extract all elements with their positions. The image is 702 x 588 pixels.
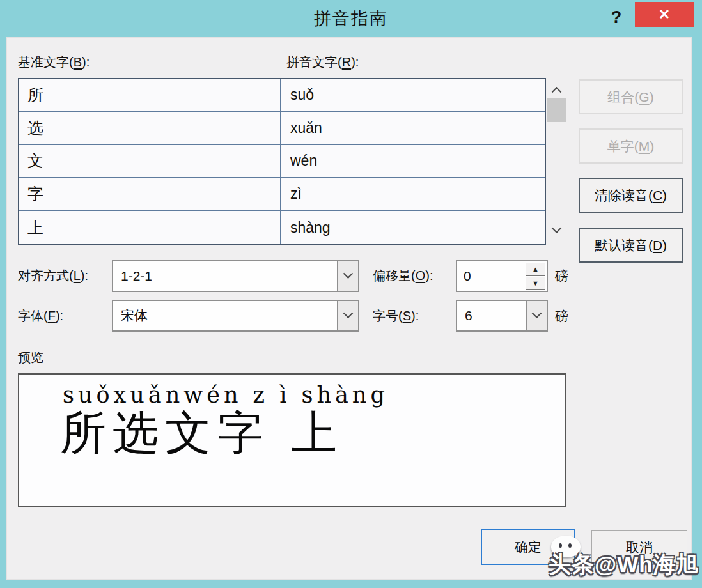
offset-spin-buttons: ▲ ▼ <box>526 263 545 290</box>
chevron-down-icon <box>343 308 354 318</box>
titlebar: 拼音指南 ? ✕ <box>0 0 702 37</box>
size-label: 字号(S): <box>373 307 419 325</box>
help-icon: ? <box>611 8 622 27</box>
combine-button[interactable]: 组合(G) <box>579 79 683 114</box>
clear-reading-button[interactable]: 清除读音(C) <box>579 178 683 213</box>
alignment-combobox[interactable]: 1-2-1 <box>112 260 359 292</box>
close-icon: ✕ <box>659 6 670 23</box>
table-row: 所 suǒ <box>19 79 545 112</box>
size-combobox[interactable]: 6 <box>456 300 548 332</box>
base-cell[interactable]: 文 <box>19 145 281 177</box>
base-cell[interactable]: 字 <box>19 178 281 210</box>
triangle-down-icon: ▼ <box>532 279 539 287</box>
size-value: 6 <box>465 308 472 323</box>
table-row: 字 zì <box>19 178 545 212</box>
base-cell[interactable]: 所 <box>19 79 281 111</box>
offset-label: 偏移量(O): <box>373 267 433 284</box>
watermark-text: 头条@Wh海旭 <box>549 550 699 580</box>
default-reading-button[interactable]: 默认读音(D) <box>579 228 683 263</box>
scrollbar-thumb[interactable] <box>547 98 566 122</box>
chevron-down-icon <box>551 223 561 233</box>
ruby-text-label: 拼音文字(R): <box>286 54 359 71</box>
preview-box: suǒxuǎnwén z ì shàng 所选文字 上 <box>18 373 566 507</box>
font-value: 宋体 <box>121 307 148 325</box>
ruby-cell[interactable]: suǒ <box>283 79 545 111</box>
spin-down-button[interactable]: ▼ <box>526 277 545 290</box>
scroll-up-button[interactable] <box>547 82 566 96</box>
triangle-up-icon: ▲ <box>532 265 539 273</box>
phonetic-guide-window: 拼音指南 ? ✕ 基准文字(B): 拼音文字(R): 所 suǒ 选 xuǎn … <box>0 0 702 588</box>
alignment-label: 对齐方式(L): <box>18 267 88 284</box>
preview-label: 预览 <box>18 349 43 366</box>
font-combobox[interactable]: 宋体 <box>112 300 359 332</box>
table-row: 文 wén <box>19 145 545 178</box>
base-text-label: 基准文字(B): <box>18 54 90 71</box>
offset-value: 0 <box>464 268 471 284</box>
size-unit-label: 磅 <box>555 307 568 325</box>
offset-unit-label: 磅 <box>555 267 568 285</box>
close-button[interactable]: ✕ <box>635 2 694 27</box>
font-label: 字体(F): <box>18 307 63 325</box>
ruby-cell[interactable]: wén <box>283 145 545 177</box>
ruby-cell[interactable]: zì <box>283 178 545 210</box>
spin-up-button[interactable]: ▲ <box>526 263 545 276</box>
font-dropdown-button[interactable] <box>337 301 358 330</box>
base-cell[interactable]: 选 <box>19 112 281 144</box>
dialog-title: 拼音指南 <box>0 0 702 37</box>
single-char-button[interactable]: 单字(M) <box>579 128 683 164</box>
dialog-body: 基准文字(B): 拼音文字(R): 所 suǒ 选 xuǎn 文 wén 字 z… <box>6 37 692 580</box>
help-button[interactable]: ? <box>604 4 629 31</box>
table-row: 上 shàng <box>19 211 545 244</box>
alignment-value: 1-2-1 <box>121 268 152 284</box>
chevron-down-icon <box>532 308 542 318</box>
size-dropdown-button[interactable] <box>526 301 547 330</box>
offset-spinner[interactable]: 0 ▲ ▼ <box>456 260 548 292</box>
ruby-cell[interactable]: shàng <box>283 211 545 244</box>
chevron-down-icon <box>343 268 354 279</box>
table-row: 选 xuǎn <box>19 112 545 146</box>
alignment-dropdown-button[interactable] <box>337 261 358 291</box>
scroll-down-button[interactable] <box>547 224 566 238</box>
ruby-cell[interactable]: xuǎn <box>283 112 545 144</box>
base-cell[interactable]: 上 <box>19 211 281 244</box>
preview-hanzi-text: 所选文字 上 <box>60 403 343 464</box>
ruby-table: 所 suǒ 选 xuǎn 文 wén 字 zì 上 shàng <box>18 78 546 245</box>
chevron-up-icon <box>551 86 561 97</box>
